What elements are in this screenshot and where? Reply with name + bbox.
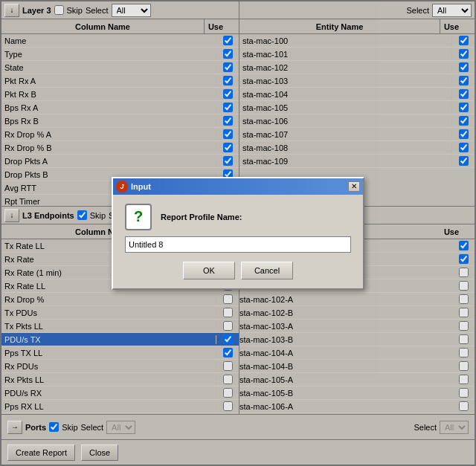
question-icon: ?	[125, 204, 152, 230]
modal-body: ? Report Profile Name: OK Cancel	[113, 195, 363, 288]
modal-titlebar: J Input ✕	[113, 178, 363, 195]
modal-title-left: J Input	[116, 181, 151, 192]
modal-prompt-label: Report Profile Name:	[161, 213, 242, 221]
modal-dialog: J Input ✕ ? Report Profile Name: OK Canc…	[112, 177, 364, 290]
modal-close-button[interactable]: ✕	[348, 181, 360, 192]
modal-overlay: J Input ✕ ? Report Profile Name: OK Canc…	[0, 0, 476, 466]
modal-message-row: ? Report Profile Name:	[125, 204, 351, 230]
modal-cancel-button[interactable]: Cancel	[241, 262, 293, 279]
java-icon: J	[116, 181, 128, 192]
modal-ok-button[interactable]: OK	[183, 262, 235, 279]
modal-buttons: OK Cancel	[125, 262, 351, 279]
modal-title-text: Input	[131, 182, 151, 191]
modal-name-input[interactable]	[125, 236, 351, 253]
